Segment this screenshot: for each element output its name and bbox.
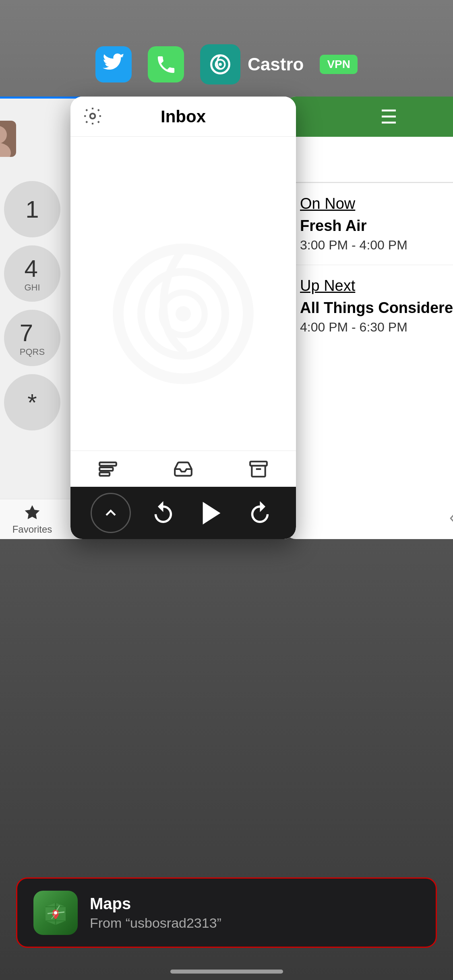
settings-button[interactable] bbox=[83, 106, 103, 127]
up-next-show-name: All Things Considered bbox=[300, 299, 453, 317]
maps-notification-title: Maps bbox=[90, 895, 420, 913]
dial-number: 7 bbox=[20, 319, 45, 347]
favorites-tab[interactable]: Favorites bbox=[12, 504, 52, 535]
dial-number: 1 bbox=[25, 196, 39, 223]
castro-card-header: Inbox bbox=[70, 97, 296, 137]
up-next-button[interactable] bbox=[91, 493, 131, 533]
archive-tab[interactable] bbox=[247, 458, 269, 480]
maps-notification[interactable]: Maps From “usbosrad2313” bbox=[16, 877, 437, 948]
maps-icon-bg bbox=[33, 891, 78, 935]
radio-card-header: ☰ bbox=[284, 97, 453, 137]
up-next-time: 4:00 PM - 6:30 PM bbox=[300, 320, 453, 335]
dial-button-7[interactable]: 7 PQRS bbox=[4, 310, 60, 366]
svg-marker-16 bbox=[203, 502, 220, 524]
svg-rect-10 bbox=[99, 462, 116, 465]
dial-number: * bbox=[27, 389, 37, 416]
svg-rect-11 bbox=[99, 467, 113, 470]
volume-row: 🔊 bbox=[284, 137, 453, 182]
castro-app-icon[interactable] bbox=[200, 44, 240, 84]
on-now-show-name: Fresh Air bbox=[300, 217, 453, 235]
vpn-badge: VPN bbox=[320, 55, 358, 74]
play-button[interactable] bbox=[195, 497, 228, 529]
svg-point-3 bbox=[0, 126, 7, 144]
dial-button-1[interactable]: 1 bbox=[4, 181, 60, 237]
inbox-tab[interactable] bbox=[172, 458, 194, 480]
skip-back-button[interactable]: 15 bbox=[147, 497, 179, 529]
dial-letters: PQRS bbox=[20, 347, 45, 357]
maps-app-icon bbox=[33, 891, 78, 935]
app-icon-row: Castro VPN bbox=[95, 44, 358, 84]
status-bar bbox=[0, 0, 453, 32]
home-indicator bbox=[170, 970, 283, 974]
dial-button-4[interactable]: 4 GHI bbox=[4, 245, 60, 302]
favorites-label: Favorites bbox=[12, 524, 52, 535]
castro-player-bar: 15 30 bbox=[70, 487, 296, 539]
app-switcher-header: Castro VPN bbox=[0, 44, 453, 84]
dial-letters: GHI bbox=[24, 282, 40, 293]
maps-notification-subtitle: From “usbosrad2313” bbox=[90, 915, 420, 931]
maps-notification-text: Maps From “usbosrad2313” bbox=[90, 895, 420, 931]
castro-logo-watermark bbox=[107, 237, 260, 390]
svg-text:15: 15 bbox=[159, 511, 166, 519]
svg-text:30: 30 bbox=[255, 512, 262, 519]
on-now-label: On Now bbox=[300, 195, 453, 212]
radio-card[interactable]: ☰ 🔊 On Now Fresh Air 3:00 PM - 4:00 PM U… bbox=[284, 97, 453, 539]
svg-point-4 bbox=[0, 143, 11, 157]
prev-button[interactable]: ‹ bbox=[445, 503, 453, 531]
hamburger-icon[interactable]: ☰ bbox=[380, 105, 397, 128]
radio-card-nav: ‹ › bbox=[284, 503, 453, 531]
on-now-section: On Now Fresh Air 3:00 PM - 4:00 PM bbox=[284, 183, 453, 265]
svg-point-19 bbox=[54, 911, 57, 914]
svg-rect-13 bbox=[250, 461, 267, 465]
dial-number: 4 bbox=[24, 255, 40, 282]
castro-app-label: Castro bbox=[248, 54, 304, 74]
up-next-label: Up Next bbox=[300, 277, 453, 294]
skip-forward-button[interactable]: 30 bbox=[244, 497, 276, 529]
twitter-app-icon[interactable] bbox=[95, 46, 132, 82]
up-next-section: Up Next All Things Considered 4:00 PM - … bbox=[284, 265, 453, 347]
svg-point-2 bbox=[219, 63, 222, 66]
castro-inbox-card[interactable]: Inbox bbox=[70, 97, 296, 539]
castro-app-header: Castro bbox=[200, 44, 304, 84]
dial-button-star[interactable]: * bbox=[4, 374, 60, 430]
cards-container: 1 4 GHI 7 PQRS * bbox=[0, 97, 453, 859]
contact-avatar bbox=[0, 121, 16, 157]
phone-app-icon[interactable] bbox=[148, 46, 184, 82]
castro-card-body bbox=[70, 137, 296, 491]
castro-bottom-tabs bbox=[70, 451, 296, 487]
svg-point-5 bbox=[90, 113, 95, 119]
castro-inbox-title: Inbox bbox=[161, 107, 206, 126]
svg-point-9 bbox=[176, 306, 191, 321]
queue-tab[interactable] bbox=[97, 458, 119, 480]
svg-rect-12 bbox=[99, 472, 110, 476]
on-now-time: 3:00 PM - 4:00 PM bbox=[300, 238, 453, 253]
